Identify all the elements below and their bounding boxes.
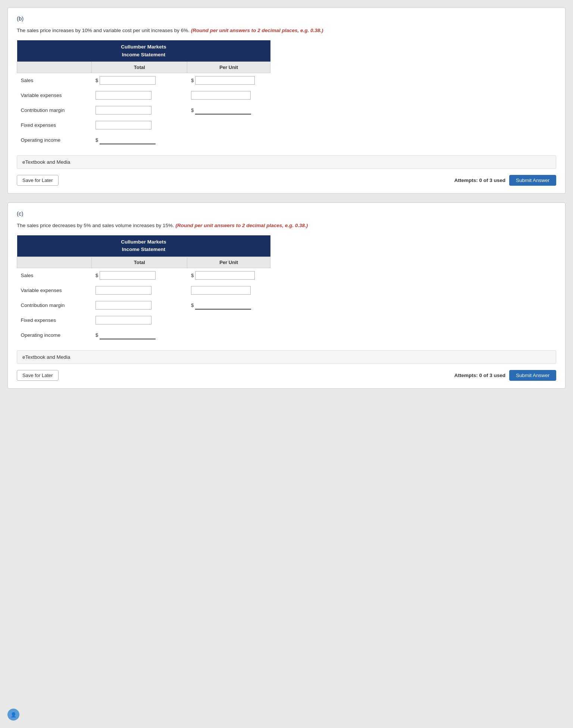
row-fixed-b: Fixed expenses: [17, 117, 270, 132]
dollar-sales-total-b: $: [96, 78, 98, 83]
section-c-instruction: The sales price decreases by 5% and sale…: [17, 222, 556, 229]
instruction-static-b: The sales price increases by 10% and var…: [17, 28, 190, 33]
input-variable-total-b[interactable]: [96, 91, 151, 100]
input-contribution-total-b[interactable]: [96, 106, 151, 114]
total-operating-c: $: [92, 327, 187, 342]
total-sales-b: $: [92, 73, 187, 88]
dollar-operating-b: $: [96, 137, 98, 143]
label-variable-c: Variable expenses: [17, 283, 92, 298]
perunit-fixed-c: [187, 313, 270, 327]
input-sales-perunit-b[interactable]: [195, 76, 255, 85]
save-button-c[interactable]: Save for Later: [17, 370, 59, 381]
label-operating-b: Operating income: [17, 132, 92, 147]
perunit-variable-b: [187, 88, 270, 103]
dollar-contribution-pu-b: $: [191, 107, 194, 113]
dollar-operating-c: $: [96, 332, 98, 338]
total-variable-b: [92, 88, 187, 103]
col-header-perunit-c: Per Unit: [187, 257, 270, 268]
total-variable-c: [92, 283, 187, 298]
submit-button-b[interactable]: Submit Answer: [509, 175, 556, 186]
label-operating-c: Operating income: [17, 327, 92, 342]
save-button-b[interactable]: Save for Later: [17, 175, 59, 186]
attempts-text-b: Attempts: 0 of 3 used: [454, 178, 505, 183]
table-title-c-line2: Income Statement: [22, 246, 266, 253]
col-header-total-b: Total: [92, 62, 187, 73]
footer-right-b: Attempts: 0 of 3 used Submit Answer: [454, 175, 556, 186]
row-sales-b: Sales $ $: [17, 73, 270, 88]
col-header-total-c: Total: [92, 257, 187, 268]
etextbook-label-b: eTextbook and Media: [22, 159, 70, 165]
input-sales-total-c[interactable]: [100, 271, 156, 280]
input-fixed-total-b[interactable]: [96, 121, 151, 129]
input-operating-total-c[interactable]: [100, 331, 156, 339]
footer-b: Save for Later Attempts: 0 of 3 used Sub…: [17, 173, 556, 187]
input-operating-total-b[interactable]: [100, 136, 156, 144]
section-c: (c) The sales price decreases by 5% and …: [7, 203, 566, 389]
row-fixed-c: Fixed expenses: [17, 313, 270, 327]
input-contribution-perunit-b[interactable]: [195, 106, 251, 114]
footer-right-c: Attempts: 0 of 3 used Submit Answer: [454, 370, 556, 381]
input-variable-perunit-c[interactable]: [191, 286, 251, 295]
input-contribution-perunit-c[interactable]: [195, 301, 251, 310]
total-contribution-c: [92, 298, 187, 313]
dollar-sales-total-c: $: [96, 273, 98, 278]
section-b: (b) The sales price increases by 10% and…: [7, 7, 566, 194]
income-table-b: Cullumber Markets Income Statement Total…: [17, 40, 270, 148]
perunit-sales-b: $: [187, 73, 270, 88]
etextbook-label-c: eTextbook and Media: [22, 354, 70, 360]
income-table-c: Cullumber Markets Income Statement Total…: [17, 235, 270, 343]
row-operating-b: Operating income $: [17, 132, 270, 147]
input-variable-total-c[interactable]: [96, 286, 151, 295]
instruction-dynamic-c: (Round per unit answers to 2 decimal pla…: [175, 223, 308, 228]
row-contribution-b: Contribution margin $: [17, 103, 270, 117]
col-header-empty-c: [17, 257, 92, 268]
total-fixed-c: [92, 313, 187, 327]
input-sales-perunit-c[interactable]: [195, 271, 255, 280]
input-fixed-total-c[interactable]: [96, 316, 151, 324]
etextbook-bar-b: eTextbook and Media: [17, 155, 556, 169]
label-sales-c: Sales: [17, 268, 92, 283]
table-title-b-line1: Cullumber Markets: [22, 43, 266, 51]
label-sales-b: Sales: [17, 73, 92, 88]
col-header-perunit-b: Per Unit: [187, 62, 270, 73]
label-fixed-c: Fixed expenses: [17, 313, 92, 327]
dollar-sales-pu-c: $: [191, 273, 194, 278]
total-operating-b: $: [92, 132, 187, 147]
perunit-fixed-b: [187, 117, 270, 132]
label-variable-b: Variable expenses: [17, 88, 92, 103]
row-contribution-c: Contribution margin $: [17, 298, 270, 313]
table-title-b-line2: Income Statement: [22, 51, 266, 59]
label-contribution-c: Contribution margin: [17, 298, 92, 313]
total-sales-c: $: [92, 268, 187, 283]
submit-button-c[interactable]: Submit Answer: [509, 370, 556, 381]
input-variable-perunit-b[interactable]: [191, 91, 251, 100]
etextbook-bar-c: eTextbook and Media: [17, 350, 556, 364]
section-b-instruction: The sales price increases by 10% and var…: [17, 27, 556, 34]
attempts-text-c: Attempts: 0 of 3 used: [454, 373, 505, 378]
section-c-label: (c): [17, 210, 556, 217]
col-header-empty-b: [17, 62, 92, 73]
perunit-sales-c: $: [187, 268, 270, 283]
section-b-label: (b): [17, 15, 556, 22]
instruction-static-c: The sales price decreases by 5% and sale…: [17, 223, 174, 228]
dollar-contribution-pu-c: $: [191, 302, 194, 308]
dollar-sales-pu-b: $: [191, 78, 194, 83]
input-sales-total-b[interactable]: [100, 76, 156, 85]
footer-c: Save for Later Attempts: 0 of 3 used Sub…: [17, 368, 556, 382]
table-title-c-line1: Cullumber Markets: [22, 238, 266, 246]
perunit-variable-c: [187, 283, 270, 298]
label-fixed-b: Fixed expenses: [17, 117, 92, 132]
perunit-operating-b: [187, 132, 270, 147]
total-contribution-b: [92, 103, 187, 117]
perunit-contribution-b: $: [187, 103, 270, 117]
row-operating-c: Operating income $: [17, 327, 270, 342]
total-fixed-b: [92, 117, 187, 132]
row-variable-b: Variable expenses: [17, 88, 270, 103]
row-variable-c: Variable expenses: [17, 283, 270, 298]
perunit-operating-c: [187, 327, 270, 342]
input-contribution-total-c[interactable]: [96, 301, 151, 310]
row-sales-c: Sales $ $: [17, 268, 270, 283]
instruction-dynamic-b: (Round per unit answers to 2 decimal pla…: [191, 28, 323, 33]
label-contribution-b: Contribution margin: [17, 103, 92, 117]
perunit-contribution-c: $: [187, 298, 270, 313]
